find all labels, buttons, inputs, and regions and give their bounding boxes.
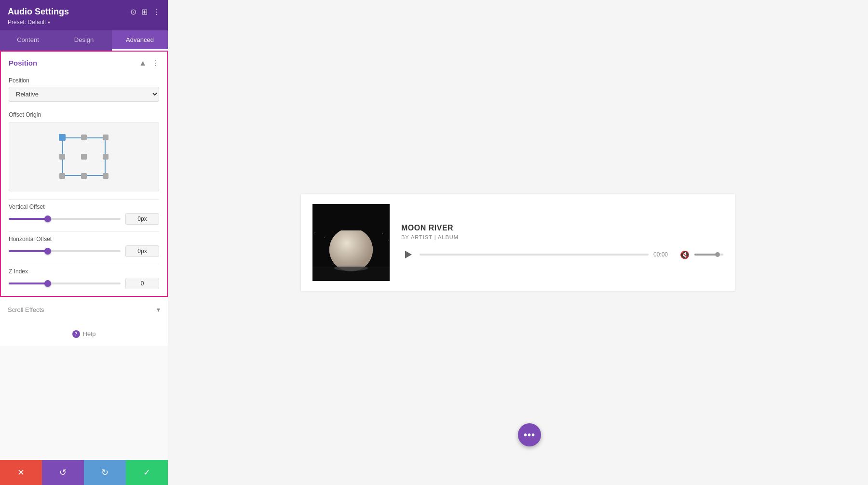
audio-info: MOON RIVER BY ARTIST | ALBUM 00:00 🔇 [401,224,723,261]
position-select[interactable]: Relative Static Absolute Fixed [9,87,159,102]
origin-dot-tc[interactable] [81,135,87,140]
z-index-track [9,283,121,284]
header-icons: ⊙ ⊞ ⋮ [130,7,160,16]
vertical-offset-row: 0px [9,213,159,225]
volume-thumb [715,252,720,257]
audio-controls: 00:00 🔇 [401,248,723,261]
header-top: Audio Settings ⊙ ⊞ ⋮ [8,7,160,17]
sidebar-header: Audio Settings ⊙ ⊞ ⋮ Preset: Default ▾ [0,0,168,30]
tab-advanced[interactable]: Advanced [112,30,168,51]
moon-image [312,204,390,281]
offset-origin-area: Offset Origin [1,108,167,199]
sidebar-toolbar: ✕ ↺ ↻ ✓ [0,460,168,485]
svg-point-16 [314,232,315,233]
audio-thumbnail [312,204,390,281]
collapse-button[interactable]: ▲ [139,59,147,67]
undo-button[interactable]: ↺ [42,460,84,485]
origin-dot-bc[interactable] [81,173,87,179]
cancel-button[interactable]: ✕ [0,460,42,485]
horizontal-offset-group: Horizontal Offset 0px [1,232,167,264]
settings-icon[interactable]: ⊙ [130,7,136,16]
audio-card: MOON RIVER BY ARTIST | ALBUM 00:00 🔇 [301,194,735,291]
z-index-group: Z Index 0 [1,264,167,296]
horizontal-offset-row: 0px [9,245,159,257]
position-section-title: Position [9,59,37,67]
preset-label: Preset: Default [8,19,46,26]
scroll-effects-chevron-icon: ▾ [157,306,160,313]
tab-design[interactable]: Design [56,30,112,51]
origin-dot-bl[interactable] [59,173,65,179]
svg-point-25 [329,228,373,271]
origin-dot-br[interactable] [103,173,108,179]
help-button[interactable]: ? Help [72,330,96,338]
z-index-thumb[interactable] [44,280,51,287]
help-label: Help [83,330,96,337]
vertical-offset-thumb[interactable] [44,216,51,222]
horizontal-offset-fill [9,250,48,252]
origin-dot-tr[interactable] [103,135,108,140]
save-button[interactable]: ✓ [126,460,168,485]
vertical-offset-label: Vertical Offset [9,203,159,210]
volume-slider[interactable] [694,254,723,256]
position-section: Position ▲ ⋮ Position Relative Static Ab… [0,51,168,297]
preset-caret[interactable]: ▾ [48,20,50,25]
origin-dot-mc[interactable] [81,154,87,160]
z-index-input[interactable]: 0 [125,278,159,289]
progress-bar[interactable] [420,254,649,256]
scroll-effects-section: Scroll Effects ▾ [0,298,168,321]
vertical-offset-track [9,218,121,220]
horizontal-offset-track [9,250,121,252]
section-header-icons: ▲ ⋮ [139,58,159,67]
columns-icon[interactable]: ⊞ [141,7,148,16]
play-icon [405,251,412,258]
origin-dot-mr[interactable] [103,154,108,160]
redo-button[interactable]: ↻ [84,460,126,485]
more-icon[interactable]: ⋮ [152,7,160,16]
position-label: Position [9,77,159,84]
tabs-bar: Content Design Advanced [0,30,168,51]
help-icon: ? [72,330,80,338]
vertical-offset-group: Vertical Offset 0px [1,200,167,231]
audio-meta: BY ARTIST | ALBUM [401,234,723,240]
audio-title: MOON RIVER [401,224,723,232]
preset-line: Preset: Default ▾ [8,19,160,26]
help-section: ? Help [0,321,168,346]
z-index-row: 0 [9,278,159,289]
scroll-effects-header[interactable]: Scroll Effects ▾ [0,298,168,321]
svg-point-18 [325,238,325,238]
svg-point-17 [382,233,383,234]
section-options-button[interactable]: ⋮ [151,58,159,67]
horizontal-offset-label: Horizontal Offset [9,236,159,242]
sidebar: Audio Settings ⊙ ⊞ ⋮ Preset: Default ▾ C… [0,0,168,485]
position-section-header: Position ▲ ⋮ [1,52,167,74]
origin-dot-tl[interactable] [59,134,66,141]
position-field-group: Position Relative Static Absolute Fixed [1,74,167,108]
vertical-offset-input[interactable]: 0px [125,213,159,225]
volume-fill [694,254,718,256]
tab-content[interactable]: Content [0,30,56,51]
svg-point-20 [388,240,389,240]
time-display: 00:00 [653,251,675,258]
origin-grid [55,130,113,183]
svg-rect-28 [312,204,390,230]
horizontal-offset-thumb[interactable] [44,248,51,255]
svg-point-27 [334,265,368,271]
horizontal-offset-input[interactable]: 0px [125,245,159,257]
volume-icon[interactable]: 🔇 [680,250,690,259]
offset-origin-label: Offset Origin [9,111,159,118]
origin-grid-container [9,122,159,191]
main-content: MOON RIVER BY ARTIST | ALBUM 00:00 🔇 [168,0,868,485]
play-button[interactable] [401,248,415,261]
sidebar-body: Position ▲ ⋮ Position Relative Static Ab… [0,51,168,460]
z-index-fill [9,283,48,284]
vertical-offset-fill [9,218,48,220]
z-index-label: Z Index [9,268,159,275]
fab-button[interactable]: ••• [518,423,541,446]
scroll-effects-title: Scroll Effects [8,306,44,313]
sidebar-title: Audio Settings [8,7,69,17]
origin-dot-ml[interactable] [59,154,65,160]
